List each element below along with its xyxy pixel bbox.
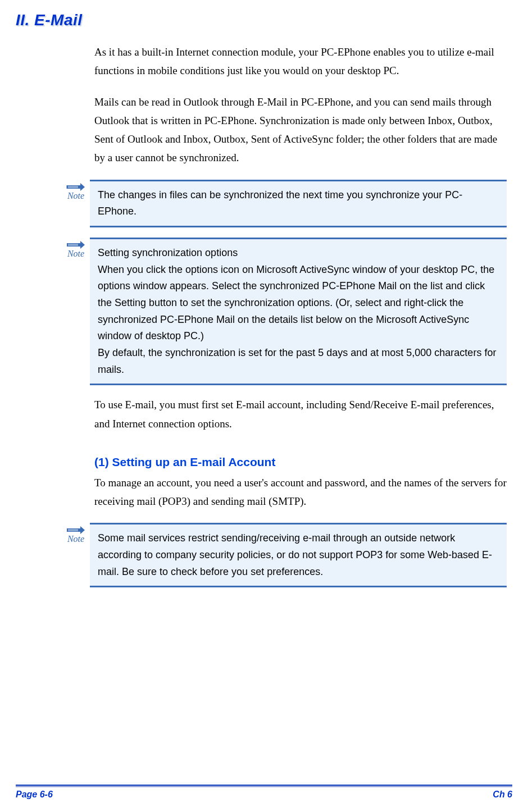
paragraph-intro-2: Mails can be read in Outlook through E-M… (94, 93, 507, 167)
subsection-heading: (1) Setting up an E-mail Account (94, 455, 507, 469)
footer-chapter: Ch 6 (493, 790, 512, 800)
note-2-body: When you click the options icon on Micro… (98, 262, 499, 345)
note-text-1: The changes in files can be synchronized… (90, 180, 507, 227)
note-label: Note (62, 191, 90, 201)
page-footer: Page 6-6 Ch 6 (0, 784, 528, 800)
paragraph-usage: To use E-mail, you must first set E-mail… (94, 395, 507, 433)
note-pencil-icon: Note (62, 238, 90, 259)
note-text-3: Some mail services restrict sending/rece… (90, 523, 507, 587)
note-text-2: Setting synchronization options When you… (90, 238, 507, 386)
section-heading: II. E-Mail (16, 11, 512, 29)
note-label: Note (62, 249, 90, 259)
footer-page-number: Page 6-6 (16, 790, 53, 800)
paragraph-account: To manage an account, you need a user's … (94, 473, 507, 511)
note-2-title: Setting synchronization options (98, 245, 499, 262)
note-block-3: Note Some mail services restrict sending… (62, 523, 507, 587)
note-pencil-icon: Note (62, 180, 90, 201)
note-label: Note (62, 534, 90, 544)
note-2-default: By default, the synchronization is set f… (98, 345, 499, 378)
note-pencil-icon: Note (62, 523, 90, 544)
note-block-1: Note The changes in files can be synchro… (62, 180, 507, 227)
note-block-2: Note Setting synchronization options Whe… (62, 238, 507, 386)
paragraph-intro-1: As it has a built-in Internet connection… (94, 43, 507, 80)
footer-divider (16, 784, 512, 786)
